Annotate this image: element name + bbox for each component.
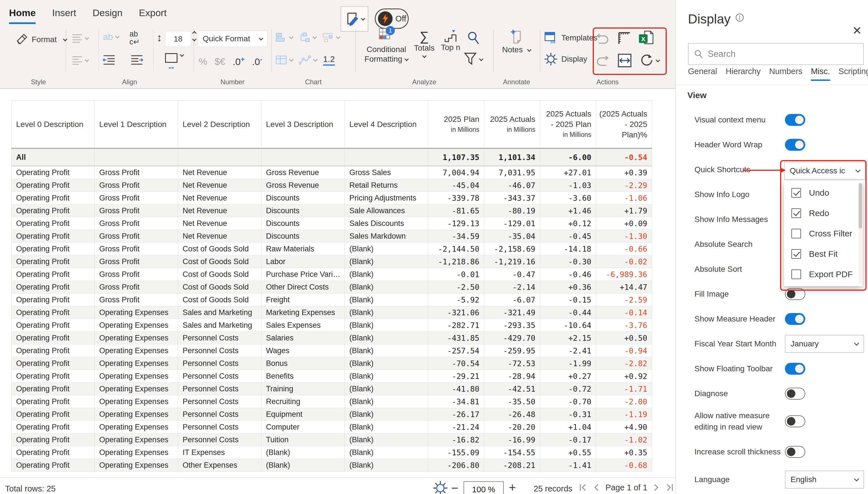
table-cell[interactable]: -1.30 [596,230,652,243]
table-cell[interactable]: -1.19 [596,408,652,421]
column-header[interactable]: Level 3 Description [261,101,345,149]
decimal-places-button[interactable]: 1.2 [323,54,335,65]
table-cell[interactable]: Operating Expenses [95,383,178,395]
table-cell[interactable]: Operating Expenses [95,357,178,370]
table-cell[interactable]: +0.12 [540,217,596,230]
table-cell[interactable]: -42.51 [484,383,540,395]
table-cell[interactable]: (Blank) [345,344,428,357]
table-cell[interactable]: Net Revenue [178,230,261,243]
toggle-header-word-wrap[interactable] [785,139,805,151]
table-cell[interactable]: -2.41 [540,344,596,357]
table-cell[interactable]: Tuition [261,434,345,446]
table-cell[interactable]: Discounts [261,205,345,217]
table-cell[interactable]: -6.00 [540,149,596,166]
table-cell[interactable]: +14.47 [596,281,652,293]
table-cell[interactable]: -16.82 [428,434,484,446]
table-cell[interactable]: -21.24 [428,421,484,434]
table-cell[interactable]: -1.71 [596,383,652,395]
toggle-show-floating-toolbar[interactable] [785,363,805,375]
table-cell[interactable]: +2.15 [540,332,596,344]
table-cell[interactable]: -29.21 [428,370,484,383]
popup-item-redo[interactable]: Redo [784,203,863,223]
table-cell[interactable]: Operating Profit [11,383,95,395]
table-cell[interactable]: +0.09 [596,217,652,230]
table-cell[interactable]: Gross Profit [95,230,178,243]
table-cell[interactable]: Discounts [261,217,345,230]
table-cell[interactable]: Personnel Costs [178,421,261,434]
table-cell[interactable]: Operating Profit [11,281,95,293]
table-cell[interactable]: Operating Expenses [95,332,178,344]
templates-button[interactable]: Templates [545,32,597,44]
table-cell[interactable]: Sales Markdown [345,230,428,243]
undo-button[interactable] [595,32,610,45]
table-cell[interactable]: Operating Profit [11,344,95,357]
top-n-button[interactable]: Top n [438,30,463,52]
bar-chart-type-button[interactable] [276,32,293,42]
table-cell[interactable]: Operating Profit [11,421,95,434]
totals-button[interactable]: ∑ Totals [413,30,436,59]
table-cell[interactable] [345,149,428,166]
select-language[interactable]: English [785,471,864,489]
table-cell[interactable]: -14.18 [540,243,596,255]
table-cell[interactable]: Operating Profit [11,357,95,370]
table-cell[interactable]: Other Direct Costs [261,281,345,293]
table-cell[interactable]: -41.80 [428,383,484,395]
table-cell[interactable]: -2.59 [596,293,652,306]
next-page-button[interactable] [653,482,660,493]
table-cell[interactable]: (Blank) [345,306,428,319]
table-cell[interactable]: 7,004.94 [428,166,484,179]
search-button[interactable] [466,31,481,45]
panel-search-input[interactable]: Search [688,43,864,65]
table-cell[interactable]: IT Expenses [178,446,261,459]
table-style-button[interactable] [276,55,293,65]
popup-item-cross-filter[interactable]: Cross Filter [784,223,863,244]
table-cell[interactable]: Cost of Goods Sold [178,243,261,255]
table-cell[interactable]: Operating Expenses [95,459,178,472]
table-cell[interactable]: Operating Expenses [95,319,178,332]
table-cell[interactable]: -6.07 [484,293,540,306]
table-cell[interactable]: Gross Profit [95,293,178,306]
font-size-input[interactable]: 18 [165,31,191,47]
table-cell[interactable]: Gross Sales [345,166,428,179]
table-cell[interactable]: -26.17 [428,408,484,421]
table-cell[interactable]: -2,158.69 [484,243,540,255]
table-cell[interactable]: Operating Profit [11,205,95,217]
table-cell[interactable]: -3.60 [540,192,596,205]
table-cell[interactable]: Personnel Costs [178,357,261,370]
table-cell[interactable]: -46.07 [484,179,540,192]
table-cell[interactable]: -208.21 [484,459,540,472]
table-cell[interactable]: (Blank) [345,243,428,255]
table-cell[interactable]: Operating Profit [11,370,95,383]
table-cell[interactable]: Operating Profit [11,179,95,192]
zoom-level-input[interactable]: 100 % [463,481,504,494]
previous-page-button[interactable] [593,482,600,493]
table-cell[interactable]: -259.95 [484,344,540,357]
table-cell[interactable]: -2.00 [596,395,652,408]
table-cell[interactable]: -1,218.86 [428,255,484,268]
table-cell[interactable]: Purchase Price Vari… [261,268,345,281]
table-cell[interactable]: Gross Revenue [261,166,345,179]
table-cell[interactable]: Personnel Costs [178,332,261,344]
table-cell[interactable]: -3.76 [596,319,652,332]
number-tool-0[interactable]: .0+ [233,55,244,67]
table-cell[interactable]: Discounts [261,192,345,205]
indent-increase-button[interactable] [131,54,143,65]
table-cell[interactable] [95,149,178,166]
table-cell[interactable]: (Blank) [261,446,345,459]
table-cell[interactable]: Labor [261,255,345,268]
table-cell[interactable]: Training [261,383,345,395]
checkbox-checked-icon[interactable] [791,188,801,198]
table-cell[interactable]: +1.46 [540,205,596,217]
table-cell[interactable]: -1.03 [540,179,596,192]
table-cell[interactable]: -0.45 [540,230,596,243]
select-fiscal-year-start-month[interactable]: January [785,335,864,353]
table-cell[interactable]: Operating Expenses [95,434,178,446]
wrap-text-button[interactable]: ab c↵ [130,30,140,46]
hierarchy-chart-type-button[interactable] [299,32,316,42]
table-cell[interactable]: (Blank) [345,332,428,344]
table-cell[interactable]: -45.04 [428,179,484,192]
table-cell[interactable]: -2.50 [428,281,484,293]
table-cell[interactable]: (Blank) [345,357,428,370]
table-cell[interactable]: +0.50 [596,332,652,344]
table-cell[interactable]: (Blank) [261,459,345,472]
